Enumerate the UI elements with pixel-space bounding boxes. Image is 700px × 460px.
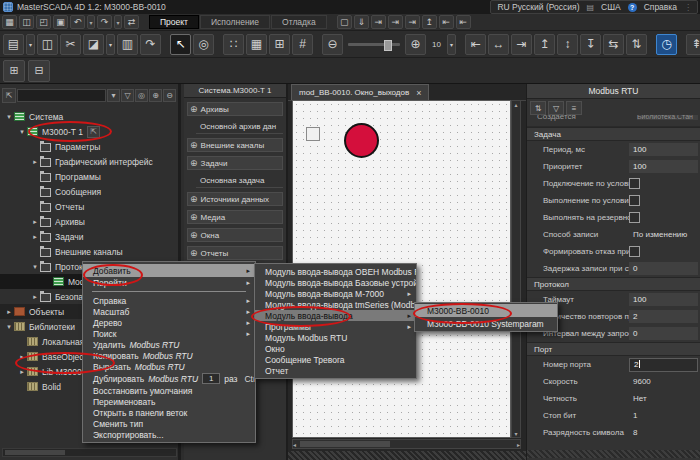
mode-tab-1[interactable]: Проект (149, 15, 199, 29)
submenu-item-10[interactable]: Отчет (255, 365, 416, 376)
align-top-icon[interactable]: ↥ (534, 34, 555, 55)
system-item-5[interactable]: Основная задача (196, 174, 283, 188)
open-branch-icon[interactable]: ⇱ (87, 126, 100, 138)
grid-dots-icon[interactable]: ∷ (223, 34, 244, 55)
menu-item-сменить-тип[interactable]: Сменить тип (83, 418, 255, 429)
insert-branch-alt-icon[interactable]: ⇥ (405, 15, 420, 29)
help-label[interactable]: Справка (644, 2, 677, 12)
paste-icon[interactable]: ▤ (3, 34, 24, 55)
zoom-out-icon[interactable]: ⊖ (322, 34, 343, 55)
search-dropdown-icon[interactable]: ▾ (107, 89, 120, 102)
insert-branch-icon[interactable]: ⇥ (371, 15, 386, 29)
menu-item-дерево[interactable]: Дерево▸ (83, 317, 255, 328)
property-value[interactable]: По изменению (629, 230, 687, 239)
chevron-down-icon[interactable]: ▾ (30, 263, 40, 271)
plus-circle-icon[interactable]: ⊕ (190, 140, 198, 150)
canvas-square-shape[interactable] (306, 127, 320, 141)
keyboard-layout-label[interactable]: США (601, 2, 621, 12)
tree-item-система[interactable]: ▾Система (0, 109, 178, 124)
tree-item-архивы[interactable]: ▸Архивы (0, 214, 178, 229)
sort-icon[interactable]: ⇅ (530, 101, 546, 115)
property-value-input[interactable]: 0 (629, 327, 698, 340)
chevron-right-icon[interactable]: ▸ (17, 353, 27, 361)
runtime-monitor-icon[interactable]: ◫ (19, 15, 34, 29)
search-zoom-in-icon[interactable]: ⊕ (149, 89, 162, 102)
language-indicator[interactable]: RU Русский (Россия) (497, 2, 579, 12)
tree-item-отчеты[interactable]: Отчеты (0, 199, 178, 214)
chevron-right-icon[interactable]: ▸ (4, 308, 14, 316)
align-middle-icon[interactable]: ↕ (557, 34, 578, 55)
menu-item-добавить[interactable]: Добавить▸ (83, 264, 255, 277)
chevron-right-icon[interactable]: ▸ (30, 158, 40, 166)
plus-circle-icon[interactable]: ⊕ (190, 230, 198, 240)
tree-search-input[interactable] (17, 89, 106, 102)
system-item-4[interactable]: ⊕Задачи (187, 156, 283, 170)
insert-panel-icon[interactable]: ⇤ (456, 15, 471, 29)
chevron-down-icon[interactable]: ▾ (4, 323, 14, 331)
mode-tab-3[interactable]: Отладка (271, 15, 327, 29)
scroll-left-icon[interactable]: ◂ (293, 441, 296, 448)
tree-item-параметры[interactable]: Параметры (0, 139, 178, 154)
property-value[interactable]: 8 (629, 428, 637, 437)
submenu-item-9[interactable]: Сообщение Тревога (255, 354, 416, 365)
filter-icon[interactable]: ▽ (121, 89, 134, 102)
scroll-right-icon[interactable]: ▸ (517, 441, 520, 448)
plus-circle-icon[interactable]: ⊕ (190, 248, 198, 258)
submenu-item-7[interactable]: Модуль Modbus RTU (255, 332, 416, 343)
columns-icon[interactable]: ≡ (566, 101, 582, 115)
language-bar[interactable]: RU Русский (Россия) ▤ США ? Справка ⋮ (490, 0, 698, 14)
submenu-item-1[interactable]: Модуль ввода-вывода ОВЕН Modbus RTU▸ (255, 266, 416, 277)
chevron-right-icon[interactable]: ▸ (30, 233, 40, 241)
submenu-item-3[interactable]: Модуль ввода-вывода М-7000▸ (255, 288, 416, 299)
redo-dropdown-icon[interactable]: ▾ (114, 15, 122, 29)
property-value-input[interactable]: 2 (629, 310, 698, 323)
align-bottom-icon[interactable]: ↧ (580, 34, 601, 55)
grid-snap-icon[interactable]: ▦ (246, 34, 267, 55)
tree-item-графический-интерфейс[interactable]: ▸Графический интерфейс (0, 154, 178, 169)
zoom-slider-thumb[interactable] (384, 40, 392, 51)
submenu-item-5[interactable]: Модуль ввода-вывода▸ (255, 310, 416, 321)
property-value[interactable]: Нет (629, 394, 647, 403)
branch-icon[interactable]: ⇱ (2, 88, 16, 103)
checkbox[interactable] (629, 212, 640, 223)
system-item-2[interactable]: Основной архив дан (196, 120, 283, 134)
grid-dense-icon[interactable]: ⊞ (269, 34, 290, 55)
canvas-scroll-thumb[interactable] (300, 441, 390, 447)
canvas-horizontal-scrollbar[interactable]: ◂ ▸ (292, 439, 521, 449)
save-icon[interactable]: ▣ (53, 15, 68, 29)
property-value-input[interactable]: 100 (629, 293, 698, 306)
chevron-down-icon[interactable]: ▾ (4, 113, 14, 121)
publish-icon[interactable]: ⇓ (354, 15, 369, 29)
add-input-module-icon[interactable]: ⊞ (3, 60, 25, 82)
toolbar-gripper[interactable]: ⋮ (684, 3, 691, 12)
submenu-item-2[interactable]: Модуль ввода-вывода Базовые устройства▸ (255, 277, 416, 288)
align-center-icon[interactable]: ↔ (488, 34, 509, 55)
submenu-item-8[interactable]: Окно (255, 343, 416, 354)
checkbox[interactable] (629, 195, 640, 206)
align-left-icon[interactable]: ⇤ (465, 34, 486, 55)
canvas-vertical-scrollbar[interactable]: ▴ ▾ (511, 100, 521, 438)
property-value[interactable]: 1 (629, 411, 637, 420)
grid-lines-icon[interactable]: # (292, 34, 313, 55)
device-item-2[interactable]: M3000-BB-0010 Systemparam (415, 317, 557, 330)
document-tab[interactable]: mod_BB-0010. Окно_выходов × (291, 84, 429, 100)
chevron-right-icon[interactable]: ▸ (30, 293, 40, 301)
menu-item-справка[interactable]: Справка▸ (83, 295, 255, 306)
chevron-right-icon[interactable]: ▸ (30, 218, 40, 226)
zoom-dropdown-icon[interactable]: ▾ (447, 34, 456, 55)
tree-item-внешние-каналы[interactable]: Внешние каналы (0, 244, 178, 259)
insert-branch-pressed-icon[interactable]: ⇥ (388, 15, 403, 29)
device-item-1[interactable]: M3000-BB-0010 (415, 304, 557, 317)
help-icon[interactable]: ? (628, 3, 637, 12)
menu-item-поиск[interactable]: Поиск▸ (83, 328, 255, 339)
system-item-1[interactable]: ⊕Архивы (187, 102, 283, 116)
checkbox[interactable] (629, 178, 640, 189)
cut-icon[interactable]: ✂ (60, 34, 81, 55)
menu-item-перейти[interactable]: Перейти▸ (83, 277, 255, 288)
submenu-item-4[interactable]: Модуль ввода-вывода tmSeries (Modbus)▸ (255, 299, 416, 310)
insert-link-icon[interactable]: ↷ (140, 34, 161, 55)
property-value-input[interactable]: 100 (629, 143, 698, 156)
tree-item-м3000-т-1[interactable]: ▾М3000-Т 1⇱ (0, 124, 178, 139)
select-cursor-icon[interactable]: ↖ (170, 34, 191, 55)
tree-horizontal-scrollbar[interactable] (2, 448, 177, 457)
